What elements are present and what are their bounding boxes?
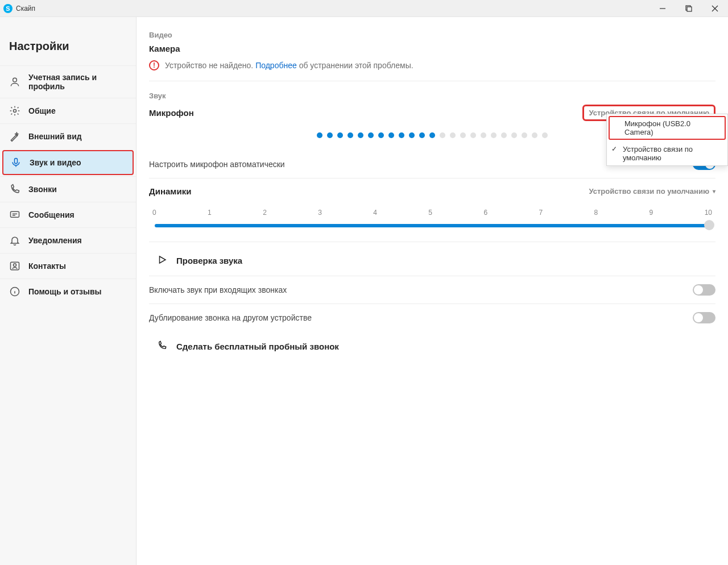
volume-slider-ticks: 012345678910: [149, 209, 715, 217]
sidebar-item-appearance[interactable]: Внешний вид: [0, 123, 136, 149]
svg-point-6: [14, 110, 16, 113]
sidebar-item-notifications[interactable]: Уведомления: [0, 227, 136, 253]
mic-level-dot: [419, 132, 425, 138]
mic-level-dot: [327, 132, 333, 138]
mic-level-dot: [511, 132, 517, 138]
window-close-button[interactable]: [702, 0, 728, 17]
mic-level-dot: [470, 132, 476, 138]
mic-level-dot: [368, 132, 374, 138]
volume-tick: 3: [318, 209, 322, 217]
sidebar-item-general[interactable]: Общие: [0, 98, 136, 123]
mic-level-dot: [409, 132, 415, 138]
speakers-title: Динамики: [149, 186, 191, 196]
contacts-icon: [9, 260, 20, 272]
mic-option-usb-camera[interactable]: Микрофон (USB2.0 Camera): [609, 116, 726, 140]
sidebar-item-calls[interactable]: Звонки: [0, 176, 136, 202]
window-maximize-button[interactable]: [676, 0, 702, 17]
mic-level-dot: [501, 132, 507, 138]
volume-tick: 4: [373, 209, 377, 217]
sidebar-item-contacts[interactable]: Контакты: [0, 253, 136, 279]
mic-level-dot: [522, 132, 527, 138]
app-title: Скайп: [16, 5, 35, 13]
microphone-title: Микрофон: [149, 108, 194, 118]
settings-heading: Настройки: [0, 34, 136, 65]
chevron-down-icon: ▾: [713, 188, 715, 194]
auto-mic-label: Настроить микрофон автоматически: [149, 160, 285, 169]
app-logo-icon: S: [3, 4, 13, 13]
incoming-sound-toggle[interactable]: [693, 284, 715, 296]
sidebar-item-label: Звук и видео: [30, 158, 81, 167]
sidebar-item-label: Помощь и отзывы: [28, 287, 102, 296]
video-section-label: Видео: [149, 31, 715, 39]
warning-post: об устранении этой проблемы.: [299, 61, 413, 70]
camera-warning-text: Устройство не найдено. Подробнее об устр…: [165, 61, 413, 70]
svg-rect-7: [15, 159, 18, 164]
settings-content: Видео Камера ! Устройство не найдено. По…: [136, 17, 728, 565]
mic-option-default-label: Устройство связи по умолчанию: [623, 145, 693, 162]
speakers-dropdown-label: Устройство связи по умолчанию: [589, 187, 709, 196]
sidebar-item-label: Сообщения: [28, 210, 75, 219]
speakers-device-dropdown[interactable]: Устройство связи по умолчанию ▾: [589, 187, 715, 196]
mic-level-dot: [378, 132, 384, 138]
window-minimize-button[interactable]: [650, 0, 676, 17]
svg-marker-16: [160, 256, 166, 263]
phone-icon: [9, 184, 20, 195]
mic-level-dot: [337, 132, 343, 138]
titlebar: S Скайп: [0, 0, 728, 17]
camera-title: Камера: [149, 44, 715, 53]
incoming-sound-label: Включать звук при входящих звонках: [149, 285, 287, 294]
mic-level-dot: [388, 132, 394, 138]
mic-level-dot: [481, 132, 486, 138]
sidebar-item-label: Звонки: [28, 185, 57, 194]
volume-tick: 8: [594, 209, 598, 217]
camera-warning-row: ! Устройство не найдено. Подробнее об ус…: [149, 60, 715, 81]
sidebar-item-account[interactable]: Учетная запись и профиль: [0, 65, 136, 98]
sidebar-item-label: Внешний вид: [28, 132, 82, 141]
sidebar-item-label: Учетная запись и профиль: [28, 73, 127, 91]
mic-level-dot: [491, 132, 497, 138]
volume-tick: 1: [208, 209, 212, 217]
mic-level-dot: [542, 132, 548, 138]
mic-level-dot: [358, 132, 363, 138]
microphone-device-dropdown-menu[interactable]: Микрофон (USB2.0 Camera) ✓ Устройство св…: [606, 114, 728, 166]
volume-slider-thumb[interactable]: [704, 220, 714, 230]
mic-option-default[interactable]: ✓ Устройство связи по умолчанию: [607, 142, 727, 165]
duplicate-ring-label: Дублирование звонка на другом устройстве: [149, 313, 312, 322]
audio-section-label: Звук: [149, 92, 715, 100]
volume-tick: 7: [539, 209, 543, 217]
mic-level-dot: [429, 132, 435, 138]
sidebar-item-audio-video[interactable]: Звук и видео: [2, 150, 134, 175]
volume-tick: 10: [705, 209, 712, 217]
mic-level-dot: [348, 132, 353, 138]
person-icon: [9, 76, 20, 88]
volume-tick: 0: [152, 209, 156, 217]
camera-learn-more-link[interactable]: Подробнее: [255, 61, 297, 70]
volume-tick: 2: [263, 209, 267, 217]
svg-rect-2: [687, 7, 692, 11]
warning-icon: !: [149, 60, 159, 70]
mic-level-dot: [317, 132, 322, 138]
sidebar-item-label: Уведомления: [28, 236, 82, 245]
mic-level-dot: [399, 132, 404, 138]
mic-level-dot: [460, 132, 466, 138]
sidebar-item-label: Общие: [28, 106, 56, 115]
settings-sidebar: Настройки Учетная запись и профиль Общие…: [0, 17, 136, 565]
mic-icon: [10, 157, 22, 168]
sidebar-item-help[interactable]: Помощь и отзывы: [0, 279, 136, 304]
phone-icon: [157, 340, 167, 352]
chat-icon: [9, 209, 20, 221]
sidebar-item-label: Контакты: [28, 261, 66, 271]
sidebar-item-messages[interactable]: Сообщения: [0, 202, 136, 227]
duplicate-ring-toggle[interactable]: [693, 312, 715, 323]
svg-point-5: [13, 78, 17, 82]
volume-slider[interactable]: [149, 219, 715, 231]
free-test-call-button[interactable]: Сделать бесплатный пробный звонок: [149, 331, 715, 362]
svg-rect-8: [11, 211, 19, 217]
test-sound-label: Проверка звука: [176, 256, 242, 265]
mic-level-dot: [450, 132, 456, 138]
test-sound-button[interactable]: Проверка звука: [149, 246, 715, 276]
info-icon: [9, 286, 20, 297]
volume-tick: 6: [483, 209, 487, 217]
volume-tick: 5: [428, 209, 432, 217]
check-icon: ✓: [611, 145, 617, 153]
